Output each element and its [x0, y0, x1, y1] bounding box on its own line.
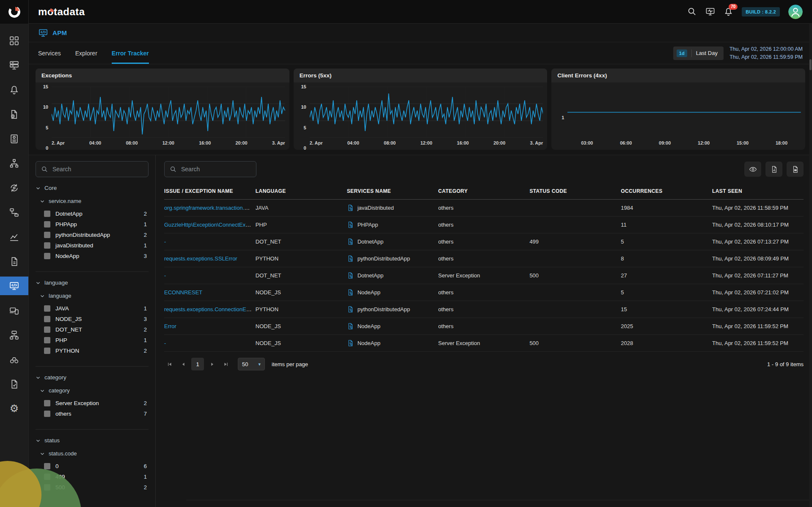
checkbox[interactable]: [44, 326, 50, 333]
nav-discovery-binoculars-icon[interactable]: [0, 350, 28, 369]
filter-option[interactable]: PYTHON2: [36, 345, 149, 356]
filter-option[interactable]: 5002: [36, 482, 149, 493]
filter-group-title[interactable]: category: [36, 374, 149, 381]
nav-settings-gear-icon[interactable]: ⚙: [0, 399, 28, 418]
nav-devices-icon[interactable]: [0, 301, 28, 320]
table-row[interactable]: org.springframework.transaction.C…JAVAja…: [164, 200, 804, 217]
filter-option[interactable]: JAVA1: [36, 303, 149, 314]
table-row[interactable]: requests.exceptions.SSLErrorPYTHONpython…: [164, 250, 804, 267]
filter-option[interactable]: PHP1: [36, 335, 149, 345]
filter-option[interactable]: 06: [36, 461, 149, 471]
checkbox[interactable]: [44, 337, 50, 343]
filter-field-title[interactable]: status.code: [40, 450, 149, 457]
last-page-button[interactable]: [220, 359, 231, 370]
checkbox[interactable]: [44, 211, 50, 217]
filters-search[interactable]: [36, 161, 149, 177]
filter-group-title[interactable]: Core: [36, 185, 149, 191]
checkbox[interactable]: [44, 463, 50, 469]
table-row[interactable]: -DOT_NETDotnetAppServer Exception50027Th…: [164, 267, 804, 284]
checkbox[interactable]: [44, 348, 50, 354]
table-row[interactable]: -NODE_JSNodeAppServer Exception5002028Th…: [164, 335, 804, 352]
nav-metrics-trend-icon[interactable]: [0, 227, 28, 246]
issue-link[interactable]: -: [164, 238, 166, 245]
motadata-logo-icon[interactable]: [0, 0, 28, 24]
current-page[interactable]: 1: [191, 358, 204, 370]
nav-automation-icon[interactable]: [0, 178, 28, 197]
filters-search-input[interactable]: [52, 166, 143, 173]
time-range-selector[interactable]: 1d Last Day: [673, 47, 724, 60]
filter-group-title[interactable]: language: [36, 280, 149, 286]
nav-log-file-clock-icon[interactable]: [0, 105, 28, 123]
filter-option[interactable]: Server Exception2: [36, 398, 149, 408]
filter-option[interactable]: NODE_JS3: [36, 314, 149, 324]
checkbox[interactable]: [44, 253, 50, 259]
nav-report-icon[interactable]: [0, 129, 28, 148]
table-row[interactable]: ECONNRESETNODE_JSNodeAppothers5Thu, Apr …: [164, 284, 804, 301]
scrollbar-thumb[interactable]: [809, 59, 812, 70]
page-size-dropdown[interactable]: 50 ▾: [238, 358, 265, 370]
first-page-button[interactable]: [164, 359, 175, 370]
nav-topology-icon[interactable]: [0, 154, 28, 173]
export-pdf-button[interactable]: [765, 162, 782, 177]
checkbox[interactable]: [44, 305, 50, 312]
service-name: NodeApp: [358, 323, 380, 329]
checkbox[interactable]: [44, 411, 50, 417]
global-search-icon[interactable]: [687, 7, 697, 16]
issue-link[interactable]: ECONNRESET: [164, 289, 202, 296]
column-visibility-eye-button[interactable]: [744, 162, 761, 177]
table-search-input[interactable]: [181, 166, 251, 173]
nav-network-devices-icon[interactable]: [0, 326, 28, 344]
notifications-bell-icon[interactable]: 70: [724, 7, 733, 16]
checkbox[interactable]: [44, 474, 50, 480]
checkbox[interactable]: [44, 232, 50, 238]
table-row[interactable]: -DOT_NETDotnetAppothers4995Thu, Apr 02, …: [164, 233, 804, 250]
issue-link[interactable]: org.springframework.transaction.C…: [164, 205, 254, 211]
issue-link[interactable]: -: [164, 272, 166, 279]
status-code-cell: [529, 284, 621, 301]
x-axis-labels: 2. Apr04:0008:0012:0016:0020:003. Apr: [310, 138, 543, 148]
user-avatar[interactable]: [788, 5, 803, 19]
tab-explorer[interactable]: Explorer: [75, 42, 97, 64]
checkbox[interactable]: [44, 484, 50, 491]
table-row[interactable]: ErrorNODE_JSNodeAppothers2025Thu, Apr 02…: [164, 318, 804, 335]
filter-field-title[interactable]: service.name: [40, 198, 149, 204]
nav-document-icon[interactable]: [0, 252, 28, 271]
filter-option[interactable]: pythonDistributedApp2: [36, 230, 149, 240]
filter-option[interactable]: DOT_NET2: [36, 324, 149, 335]
table-row[interactable]: requests.exceptions.ConnectionErr…PYTHON…: [164, 301, 804, 318]
next-page-button[interactable]: [206, 359, 217, 370]
filter-option[interactable]: NodeApp3: [36, 251, 149, 261]
filter-group-title[interactable]: status: [36, 437, 149, 444]
filter-option[interactable]: PHPApp1: [36, 219, 149, 230]
issue-link[interactable]: GuzzleHttp\Exception\ConnectExc…: [164, 222, 254, 228]
table-row[interactable]: GuzzleHttp\Exception\ConnectExc…PHPPHPAp…: [164, 217, 804, 233]
filter-option[interactable]: 4991: [36, 471, 149, 482]
nav-alerts-bell-icon[interactable]: [0, 80, 28, 99]
monitor-pulse-icon[interactable]: [705, 7, 715, 16]
filter-field-title[interactable]: category: [40, 387, 149, 394]
nav-flow-diagram-icon[interactable]: [0, 203, 28, 222]
checkbox[interactable]: [44, 400, 50, 406]
table-search[interactable]: [164, 161, 256, 177]
filter-option[interactable]: others7: [36, 408, 149, 419]
page-scrollbar[interactable]: [809, 24, 812, 507]
filter-option[interactable]: javaDistributed1: [36, 240, 149, 251]
checkbox[interactable]: [44, 221, 50, 227]
issue-link[interactable]: Error: [164, 323, 176, 329]
export-csv-button[interactable]: [787, 162, 804, 177]
nav-infrastructure-icon[interactable]: [0, 56, 28, 74]
issue-link[interactable]: requests.exceptions.ConnectionErr…: [164, 306, 255, 312]
checkbox[interactable]: [44, 242, 50, 249]
tab-services[interactable]: Services: [38, 42, 61, 64]
nav-dashboard-grid-icon[interactable]: [0, 31, 28, 50]
nav-apm-code-monitor-icon[interactable]: [0, 277, 28, 295]
issue-link[interactable]: -: [164, 340, 166, 346]
issue-link[interactable]: requests.exceptions.SSLError: [164, 255, 237, 262]
tab-error-tracker[interactable]: Error Tracker: [112, 42, 149, 64]
checkbox[interactable]: [44, 316, 50, 322]
previous-page-icon: [180, 361, 187, 367]
filter-option[interactable]: DotnetApp2: [36, 208, 149, 219]
nav-audit-check-icon[interactable]: [0, 375, 28, 393]
filter-field-title[interactable]: language: [40, 293, 149, 299]
previous-page-button[interactable]: [178, 359, 189, 370]
